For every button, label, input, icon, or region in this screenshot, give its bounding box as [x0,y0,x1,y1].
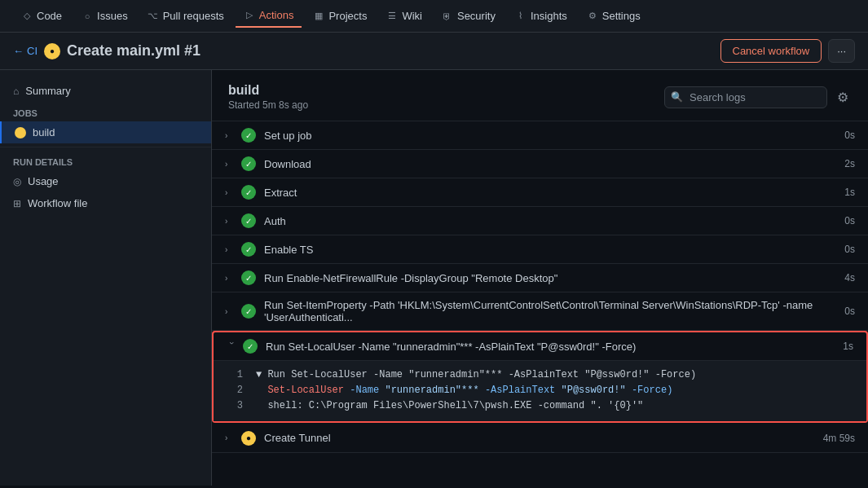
more-options-button[interactable]: ··· [828,39,855,63]
page-header-left: ← CI ● Create main.yml #1 [13,42,200,59]
step-chevron-icon: › [227,341,236,351]
run-details-section-title: Run details [0,151,211,170]
nav-issues[interactable]: ○ Issues [73,5,136,27]
step-expanded-header[interactable]: › ✓ Run Set-LocalUser -Name "runneradmin… [214,332,866,361]
step-status-icon: ✓ [243,339,258,354]
step-chevron-icon: › [225,307,235,316]
nav-insights[interactable]: ⌇ Insights [507,5,575,27]
nav-security[interactable]: ⛨ Security [434,5,504,27]
build-info: build Started 5m 8s ago [228,83,308,111]
sidebar-divider [0,147,211,147]
pull-request-icon: ⌥ [148,11,159,22]
code-line-1: 1 ▼ Run Set-LocalUser -Name "runneradmin… [227,367,853,383]
actions-icon: ▷ [244,10,255,21]
file-icon: ⊞ [13,198,21,209]
build-header: build Started 5m 8s ago 🔍 ⚙ [212,70,868,121]
nav-projects[interactable]: ▦ Projects [305,5,375,27]
issues-icon: ○ [82,11,93,22]
step-create-tunnel[interactable]: › ● Create Tunnel 4m 59s [212,424,868,453]
step-chevron-icon: › [225,217,235,226]
job-status-dot [15,127,26,138]
security-icon: ⛨ [442,11,453,22]
step-extract[interactable]: › ✓ Extract 1s [212,178,868,207]
step-auth[interactable]: › ✓ Auth 0s [212,207,868,235]
step-status-icon: ✓ [241,304,256,319]
step-chevron-icon: › [225,433,235,442]
code-line-3: 3 shell: C:\Program Files\PowerShell\7\p… [227,398,853,414]
sidebar-item-build[interactable]: build [0,121,211,143]
step-chevron-icon: › [225,160,235,169]
nav-pull-requests[interactable]: ⌥ Pull requests [139,5,232,27]
step-set-local-user-expanded: › ✓ Run Set-LocalUser -Name "runneradmin… [212,331,868,423]
step-list: › ✓ Set up job 0s › ✓ Download 2s › ✓ Ex… [212,121,868,453]
step-set-up-job[interactable]: › ✓ Set up job 0s [212,121,868,150]
settings-icon: ⚙ [587,11,598,22]
step-code-block: 1 ▼ Run Set-LocalUser -Name "runneradmin… [214,361,866,421]
usage-icon: ◎ [13,176,21,187]
step-enable-ts[interactable]: › ✓ Enable TS 0s [212,235,868,264]
settings-gear-button[interactable]: ⚙ [834,86,852,108]
back-arrow-icon: ← [13,45,24,57]
projects-icon: ▦ [313,11,324,22]
step-set-item-property[interactable]: › ✓ Run Set-ItemProperty -Path 'HKLM:\Sy… [212,292,868,331]
main-layout: ⌂ Summary Jobs build Run details ◎ Usage… [0,70,868,486]
step-status-icon: ✓ [241,242,256,257]
step-status-icon: ✓ [241,156,256,171]
step-chevron-icon: › [225,131,235,140]
nav-code[interactable]: ◇ Code [13,5,70,27]
sidebar-item-usage[interactable]: ◎ Usage [0,170,211,192]
insights-icon: ⌇ [515,11,527,22]
sidebar-item-summary[interactable]: ⌂ Summary [0,80,211,102]
nav-settings[interactable]: ⚙ Settings [579,5,649,27]
step-chevron-icon: › [225,245,235,254]
home-icon: ⌂ [13,86,19,97]
search-logs-input[interactable] [664,86,827,108]
build-header-actions: 🔍 ⚙ [664,86,852,108]
step-status-icon: ✓ [241,270,256,285]
sidebar: ⌂ Summary Jobs build Run details ◎ Usage… [0,70,212,486]
step-chevron-icon: › [225,188,235,197]
page-header: ← CI ● Create main.yml #1 Cancel workflo… [0,33,868,70]
main-content: build Started 5m 8s ago 🔍 ⚙ › ✓ Set up j… [212,70,868,486]
step-download[interactable]: › ✓ Download 2s [212,150,868,178]
step-enable-firewall[interactable]: › ✓ Run Enable-NetFirewallRule -DisplayG… [212,264,868,292]
jobs-section-title: Jobs [0,102,211,121]
step-status-icon: ✓ [241,213,256,228]
sidebar-item-workflow-file[interactable]: ⊞ Workflow file [0,192,211,214]
step-status-spinning-icon: ● [241,431,256,446]
step-chevron-icon: › [225,274,235,283]
code-line-2: 2 Set-LocalUser -Name "runneradmin"*** -… [227,383,853,398]
wiki-icon: ☰ [386,11,398,22]
workflow-status-icon: ● [44,43,60,59]
cancel-workflow-button[interactable]: Cancel workflow [720,39,822,63]
nav-actions[interactable]: ▷ Actions [236,4,302,28]
back-link[interactable]: ← CI [13,45,37,57]
code-icon: ◇ [21,11,33,22]
step-status-icon: ✓ [241,185,256,200]
search-icon: 🔍 [671,91,683,103]
page-title: ● Create main.yml #1 [44,42,200,59]
step-status-icon: ✓ [241,128,256,143]
top-navigation: ◇ Code ○ Issues ⌥ Pull requests ▷ Action… [0,0,868,33]
nav-wiki[interactable]: ☰ Wiki [378,5,430,27]
page-header-right: Cancel workflow ··· [720,39,856,63]
search-logs-wrapper: 🔍 [664,86,827,108]
